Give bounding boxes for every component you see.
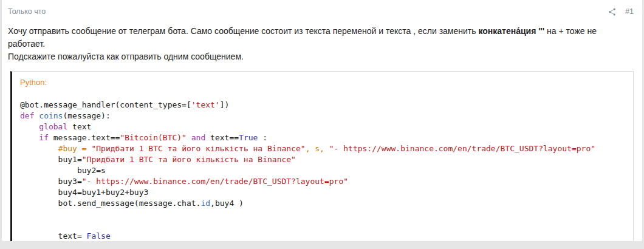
- post-number-link[interactable]: #1: [625, 7, 634, 16]
- code-line: buy1="Придбати 1 BTC та його кількість н…: [20, 154, 626, 165]
- code-line: text= False: [20, 231, 626, 241]
- code-line: buy3="- https://www.binance.com/en/trade…: [20, 176, 626, 187]
- code-line: global text: [20, 121, 626, 132]
- post-timestamp: Только что: [8, 7, 46, 16]
- post-header-actions: #1: [607, 7, 636, 16]
- code-language-label: Python:: [20, 78, 626, 87]
- post-body-text: Хочу отправить сообщение от телеграм бот…: [8, 25, 636, 63]
- code-line: if message.text=="Bitcoin(BTC)" and text…: [20, 132, 626, 143]
- post-text-bold: конкатена́ция "': [478, 26, 544, 36]
- code-line: [20, 220, 626, 231]
- post-header: Только что #1: [8, 0, 636, 16]
- code-line: buy2=s: [20, 165, 626, 176]
- share-icon[interactable]: [607, 7, 617, 16]
- code-line: buy4=buy1+buy2+buy3: [20, 187, 626, 198]
- post-text-segment: Хочу отправить сообщение от телеграм бот…: [8, 26, 478, 36]
- code-line: [20, 209, 626, 220]
- code-lines: @bot.message_handler(content_types=['tex…: [20, 100, 626, 241]
- code-line: def coins(message):: [20, 111, 626, 121]
- post-text-line2: Подскажите пожалуйста как отправить одни…: [8, 52, 244, 61]
- post-card: Только что #1 Хочу отправить сообщение о…: [2, 0, 642, 241]
- code-line: @bot.message_handler(content_types=['tex…: [20, 100, 626, 111]
- code-block: Python: @bot.message_handler(content_typ…: [10, 71, 634, 241]
- code-line: #buy = "Придбати 1 BTC та його кількість…: [20, 143, 626, 154]
- code-line: bot.send_message(message.chat.id,buy4 ): [20, 198, 626, 209]
